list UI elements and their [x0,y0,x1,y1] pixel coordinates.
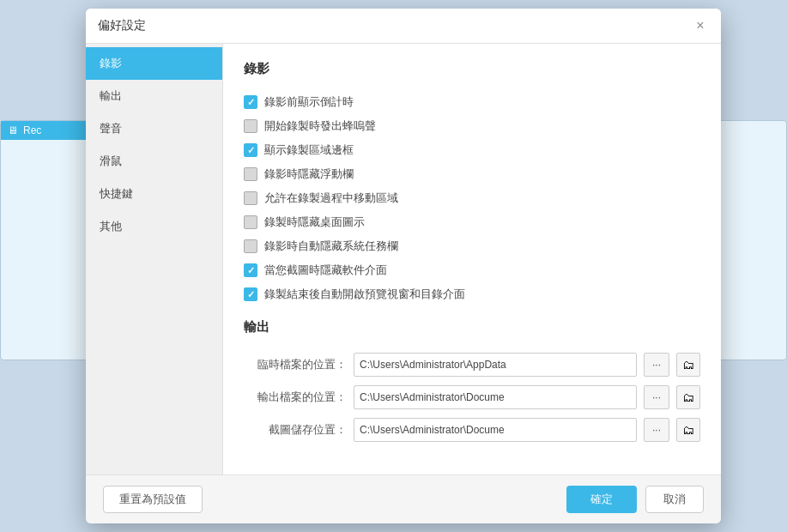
checkbox-hide-desktop-box[interactable] [244,215,257,229]
close-button[interactable]: × [692,17,709,34]
output-path-folder-button[interactable]: 🗂 [676,385,700,409]
sidebar-item-mouse[interactable]: 滑鼠 [86,145,222,178]
checkbox-hide-float-label: 錄影時隱藏浮動欄 [264,166,354,182]
checkbox-countdown-box[interactable] [244,95,257,109]
sidebar-item-hotkey[interactable]: 快捷鍵 [86,178,222,210]
checkbox-beep-label: 開始錄製時發出蜂嗚聲 [264,118,376,134]
screenshot-path-dots-button[interactable]: ··· [644,418,669,442]
checkbox-hide-taskbar-box[interactable] [244,239,257,253]
checkbox-beep: 開始錄製時發出蜂嗚聲 [244,118,700,134]
output-section: 輸出 臨時檔案的位置： C:\Users\Administrator\AppDa… [244,319,700,442]
temp-path-row: 臨時檔案的位置： C:\Users\Administrator\AppData … [244,353,700,377]
output-section-title: 輸出 [244,319,700,341]
recording-section-title: 錄影 [244,61,700,82]
checkbox-open-preview: 錄製結束後自動開啟預覽視窗和目錄介面 [244,287,700,302]
checkbox-hide-software-label: 當您截圖時隱藏軟件介面 [264,263,387,278]
checkbox-hide-desktop: 錄製時隱藏桌面圖示 [244,215,700,230]
checkbox-move-area: 允許在錄製過程中移動區域 [244,190,700,206]
temp-path-input[interactable]: C:\Users\Administrator\AppData [354,353,637,377]
output-path-row: 輸出檔案的位置： C:\Users\Administrator\Docume ·… [244,385,700,409]
dialog-body: 錄影 輸出 聲音 滑鼠 快捷鍵 其他 錄影 錄影前顯示倒計時 開始錄製時發出蜂嗚… [86,44,721,475]
checkbox-border-label: 顯示錄製區域邊框 [264,142,354,158]
temp-path-dots-button[interactable]: ··· [644,353,669,377]
content-area: 錄影 錄影前顯示倒計時 開始錄製時發出蜂嗚聲 顯示錄製區域邊框 錄影時隱藏浮動欄… [223,44,721,475]
checkbox-hide-float: 錄影時隱藏浮動欄 [244,166,700,182]
screenshot-path-row: 截圖儲存位置： C:\Users\Administrator\Docume ··… [244,418,700,442]
checkbox-hide-software-box[interactable] [244,263,257,277]
checkbox-border-box[interactable] [244,143,257,157]
checkbox-move-area-box[interactable] [244,191,257,205]
dialog-titlebar: 偏好設定 × [86,9,721,44]
preferences-dialog: 偏好設定 × 錄影 輸出 聲音 滑鼠 快捷鍵 其他 錄影 錄影前顯示倒計時 開始… [86,9,721,523]
temp-path-label: 臨時檔案的位置： [244,357,347,372]
checkbox-hide-taskbar: 錄影時自動隱藏系統任務欄 [244,239,700,254]
sidebar: 錄影 輸出 聲音 滑鼠 快捷鍵 其他 [86,44,223,475]
reset-button[interactable]: 重置為預設值 [103,486,203,513]
sidebar-item-output[interactable]: 輸出 [86,80,222,112]
checkbox-open-preview-box[interactable] [244,287,257,301]
output-path-input[interactable]: C:\Users\Administrator\Docume [354,385,637,409]
checkbox-open-preview-label: 錄製結束後自動開啟預覽視窗和目錄介面 [264,287,465,302]
checkbox-hide-taskbar-label: 錄影時自動隱藏系統任務欄 [264,239,398,254]
screenshot-path-folder-button[interactable]: 🗂 [676,418,700,442]
output-path-label: 輸出檔案的位置： [244,390,347,405]
checkbox-countdown: 錄影前顯示倒計時 [244,94,700,110]
footer-right-buttons: 確定 取消 [566,486,704,513]
dialog-title: 偏好設定 [98,18,146,33]
dialog-footer: 重置為預設值 確定 取消 [86,475,721,523]
output-path-dots-button[interactable]: ··· [644,385,669,409]
cancel-button[interactable]: 取消 [645,486,704,513]
checkbox-beep-box[interactable] [244,119,257,133]
confirm-button[interactable]: 確定 [566,486,637,513]
checkbox-hide-float-box[interactable] [244,167,257,181]
checkbox-hide-software: 當您截圖時隱藏軟件介面 [244,263,700,278]
screenshot-path-label: 截圖儲存位置： [244,422,347,438]
checkbox-move-area-label: 允許在錄製過程中移動區域 [264,190,398,206]
checkbox-countdown-label: 錄影前顯示倒計時 [264,94,354,110]
checkbox-hide-desktop-label: 錄製時隱藏桌面圖示 [264,215,365,230]
sidebar-item-audio[interactable]: 聲音 [86,112,222,145]
sidebar-item-other[interactable]: 其他 [86,210,222,243]
temp-path-folder-button[interactable]: 🗂 [676,353,700,377]
screenshot-path-input[interactable]: C:\Users\Administrator\Docume [354,418,637,442]
sidebar-item-recording[interactable]: 錄影 [86,47,222,80]
checkbox-border: 顯示錄製區域邊框 [244,142,700,158]
